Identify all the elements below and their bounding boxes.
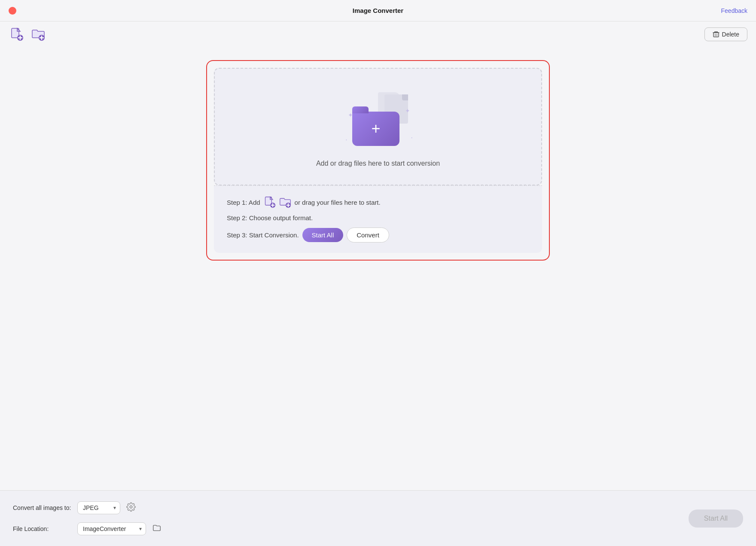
delete-button[interactable]: Delete [704, 27, 747, 41]
add-file-button[interactable] [9, 26, 25, 42]
title-bar: Image Converter Feedback [0, 0, 756, 21]
sparkle-2: ✦ [405, 107, 410, 114]
bottom-bar: Convert all images to: JPEG PNG WEBP BMP… [0, 490, 756, 546]
open-folder-icon [152, 523, 162, 533]
format-settings-button[interactable] [125, 500, 137, 516]
sparkle-1: ✦ [348, 112, 353, 118]
step-folder-icon[interactable] [279, 196, 291, 208]
feedback-link[interactable]: Feedback [721, 7, 747, 14]
step-1-text: Step 1: Add [227, 199, 260, 206]
bottom-left-controls: Convert all images to: JPEG PNG WEBP BMP… [13, 500, 163, 537]
location-select-wrapper: ImageConverter Desktop Downloads Custom.… [77, 522, 146, 535]
sparkle-3: • [411, 136, 412, 140]
convert-all-label: Convert all images to: [13, 504, 73, 511]
open-folder-button[interactable] [150, 522, 163, 537]
toolbar-left [9, 26, 46, 42]
toolbar: Delete [0, 21, 756, 47]
folder-plus-icon: + [371, 121, 380, 136]
file-location-label: File Location: [13, 525, 73, 532]
svg-rect-7 [713, 33, 719, 37]
steps-section: Step 1: Add [214, 185, 542, 253]
convert-button[interactable]: Convert [347, 228, 389, 243]
outer-drop-zone[interactable]: + ✦ ✦ • • Add or drag files here to star… [206, 60, 550, 261]
step-2-row: Step 2: Choose output format. [227, 214, 529, 221]
format-select-wrapper: JPEG PNG WEBP BMP TIFF GIF [77, 501, 120, 514]
step-1-suffix: or drag your files here to start. [295, 199, 381, 206]
format-select[interactable]: JPEG PNG WEBP BMP TIFF GIF [77, 501, 120, 514]
sparkle-4: • [346, 138, 347, 142]
start-all-button[interactable]: Start All [302, 228, 344, 242]
close-button[interactable] [9, 7, 16, 15]
settings-icon [126, 502, 136, 512]
step-1-row: Step 1: Add [227, 196, 529, 208]
app-title: Image Converter [353, 7, 403, 14]
drop-text: Add or drag files here to start conversi… [316, 160, 440, 167]
file-location-row: File Location: ImageConverter Desktop Do… [13, 522, 163, 537]
delete-label: Delete [722, 31, 739, 38]
step-3-row: Step 3: Start Conversion. Start All Conv… [227, 228, 529, 243]
location-select[interactable]: ImageConverter Desktop Downloads Custom.… [77, 522, 146, 535]
step-file-icon[interactable] [264, 196, 276, 208]
svg-point-21 [130, 506, 132, 508]
convert-format-row: Convert all images to: JPEG PNG WEBP BMP… [13, 500, 163, 516]
step-3-text: Step 3: Start Conversion. [227, 231, 299, 239]
start-all-disabled-button[interactable]: Start All [689, 510, 743, 528]
main-content: + ✦ ✦ • • Add or drag files here to star… [0, 47, 756, 273]
folder-illustration: + ✦ ✦ • • [344, 90, 412, 146]
folder-main-icon: + [352, 112, 399, 146]
delete-icon [713, 31, 719, 38]
inner-drop-area[interactable]: + ✦ ✦ • • Add or drag files here to star… [214, 68, 542, 185]
step-2-text: Step 2: Choose output format. [227, 214, 313, 221]
add-folder-button[interactable] [30, 26, 46, 42]
